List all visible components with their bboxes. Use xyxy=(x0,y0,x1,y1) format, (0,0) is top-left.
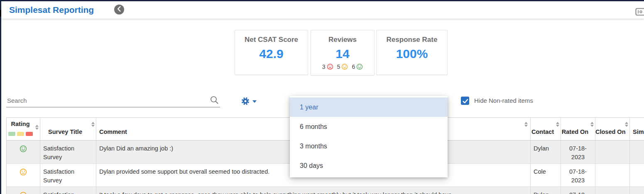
column-header-contact[interactable]: Contact xyxy=(531,118,561,140)
neutral-count-item: 5 xyxy=(337,63,348,70)
happy-count-item: 6 xyxy=(352,63,363,70)
caret-down-icon xyxy=(252,100,257,103)
response-rate-label: Response Rate xyxy=(377,36,447,44)
neutral-count: 5 xyxy=(337,63,340,70)
simplesat-header-label: Simp xyxy=(633,129,644,135)
sad-count-item: 3 xyxy=(322,63,333,70)
closed-on-header-label: Closed On xyxy=(595,129,624,135)
rated-on-cell: 07-18-2023 xyxy=(561,141,595,163)
column-header-simplesat[interactable]: Simp xyxy=(630,118,644,140)
left-border xyxy=(0,0,1,194)
contact-cell: Cole xyxy=(531,164,561,187)
rated-on-cell: 07-18-2023 xyxy=(561,164,595,187)
header-bar: Simplesat Reporting xyxy=(1,1,644,19)
column-header-rating[interactable]: Rating xyxy=(7,118,40,140)
gear-icon xyxy=(240,101,251,108)
rating-legend xyxy=(7,132,34,136)
rated-on-header-label: Rated On xyxy=(561,129,589,135)
happy-face-icon xyxy=(20,147,27,154)
closed-on-cell xyxy=(595,187,630,194)
rating-cell xyxy=(7,141,40,163)
survey-title-cell: Satisfaction Survey xyxy=(40,164,96,187)
simplesat-cell xyxy=(630,187,644,194)
column-header-survey-title[interactable]: Survey Title xyxy=(40,118,96,140)
hide-nonrated-label: Hide Non-rated items xyxy=(474,97,533,104)
sad-count: 3 xyxy=(322,63,326,70)
closed-on-cell xyxy=(595,141,630,163)
hide-nonrated-checkbox[interactable] xyxy=(461,97,469,105)
comment-cell: It took a few days to get a response, on… xyxy=(96,187,531,194)
table-row[interactable]: Satisfaction Survey It took a few days t… xyxy=(7,187,644,194)
reviews-label: Reviews xyxy=(311,36,374,44)
neutral-face-icon xyxy=(20,170,27,177)
search-field xyxy=(6,94,220,107)
neutral-face-icon xyxy=(341,63,348,70)
comment-header-label: Comment xyxy=(99,129,127,135)
contact-cell: Dylan xyxy=(531,141,561,163)
simplesat-cell xyxy=(630,141,644,163)
sort-icon xyxy=(524,122,528,127)
search-icon[interactable] xyxy=(210,95,219,107)
window-icon[interactable] xyxy=(635,8,644,16)
sort-icon xyxy=(91,122,95,127)
survey-title-cell: Satisfaction Survey xyxy=(40,187,96,194)
search-input[interactable] xyxy=(6,94,206,106)
column-header-closed-on[interactable]: Closed On xyxy=(595,118,630,140)
happy-face-icon xyxy=(356,63,363,70)
response-rate-value: 100% xyxy=(377,47,447,61)
rated-on-cell: 07-18-2023 xyxy=(561,187,595,194)
sort-icon xyxy=(556,122,559,127)
period-dropdown-menu: 1 year 6 months 3 months 30 days xyxy=(290,96,448,177)
closed-on-cell xyxy=(595,164,630,187)
survey-title-header-label: Survey Title xyxy=(40,129,90,135)
page-title: Simplesat Reporting xyxy=(9,5,94,15)
reviews-breakdown: 3 5 6 xyxy=(311,63,374,70)
rating-cell xyxy=(7,187,40,194)
reviews-card: Reviews 14 3 5 6 xyxy=(311,30,375,75)
sort-icon xyxy=(625,122,628,127)
dropdown-item-3-months[interactable]: 3 months xyxy=(290,136,448,156)
simplesat-cell xyxy=(630,164,644,187)
dropdown-item-30-days[interactable]: 30 days xyxy=(290,156,448,175)
legend-yellow-swatch xyxy=(17,132,24,136)
legend-red-swatch xyxy=(26,132,33,136)
back-button[interactable] xyxy=(114,5,124,15)
left-border-notch xyxy=(0,10,1,17)
legend-green-swatch xyxy=(8,132,15,136)
response-rate-card: Response Rate 100% xyxy=(376,30,448,75)
chevron-left-icon xyxy=(115,4,124,15)
settings-menu-button[interactable] xyxy=(240,96,259,107)
sort-icon xyxy=(590,122,594,127)
rating-header-label: Rating xyxy=(7,121,34,127)
dropdown-item-6-months[interactable]: 6 months xyxy=(290,117,448,136)
survey-title-cell: Satisfaction Survey xyxy=(40,141,96,163)
happy-count: 6 xyxy=(352,63,355,70)
rating-cell xyxy=(7,164,40,187)
net-csat-value: 42.9 xyxy=(235,47,308,61)
dropdown-item-1-year[interactable]: 1 year xyxy=(290,97,448,117)
net-csat-label: Net CSAT Score xyxy=(235,36,308,44)
sort-icon xyxy=(35,125,39,130)
simplesat-reporting-page: Simplesat Reporting Net CSAT Score 42.9 … xyxy=(0,0,644,194)
net-csat-card: Net CSAT Score 42.9 xyxy=(235,30,308,75)
sad-face-icon xyxy=(327,63,333,70)
contact-cell: Dylan xyxy=(531,187,561,194)
column-header-rated-on[interactable]: Rated On xyxy=(561,118,595,140)
reviews-value: 14 xyxy=(311,47,374,61)
contact-header-label: Contact xyxy=(531,129,555,135)
